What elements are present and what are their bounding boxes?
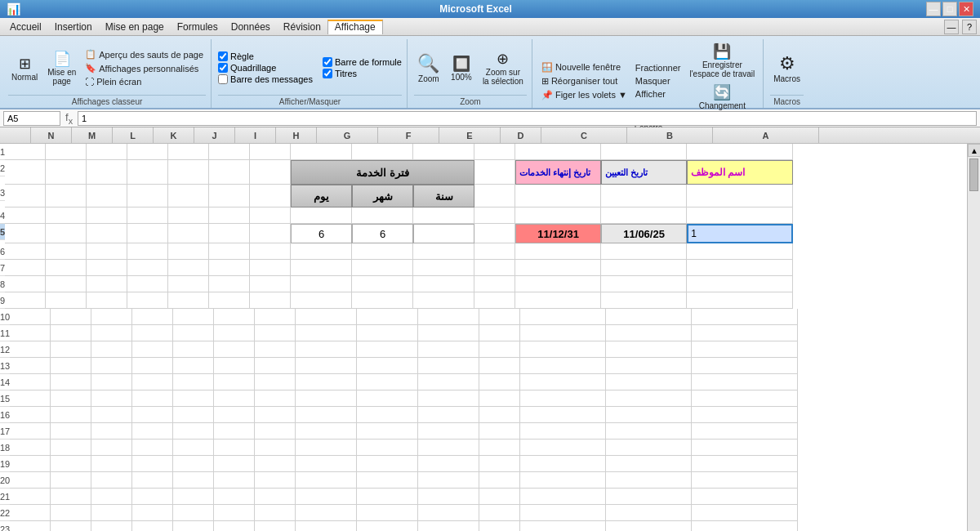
cell-j5[interactable] bbox=[168, 224, 209, 243]
cell-e3[interactable]: سنة bbox=[413, 185, 474, 207]
cell-l19[interactable] bbox=[91, 456, 132, 472]
menu-accueil[interactable]: Accueil bbox=[3, 20, 48, 34]
menu-formules[interactable]: Formules bbox=[171, 20, 225, 34]
cell-c1[interactable] bbox=[515, 144, 601, 160]
cell-a16[interactable] bbox=[692, 407, 798, 423]
cell-d5[interactable] bbox=[474, 224, 515, 243]
cell-c7[interactable] bbox=[515, 260, 601, 276]
cell-j13[interactable] bbox=[173, 358, 214, 374]
cell-j22[interactable] bbox=[173, 505, 214, 521]
cell-e1[interactable] bbox=[413, 144, 474, 160]
cell-e7[interactable] bbox=[413, 260, 474, 276]
row-num-21[interactable]: 21 bbox=[0, 489, 10, 505]
cell-l18[interactable] bbox=[91, 440, 132, 456]
cell-j11[interactable] bbox=[173, 325, 214, 341]
fx-icon[interactable]: fx bbox=[64, 111, 74, 126]
cell-h15[interactable] bbox=[255, 390, 296, 407]
vertical-scrollbar[interactable]: ▲ ▼ bbox=[967, 144, 980, 531]
cell-b19[interactable] bbox=[606, 456, 692, 472]
cell-d21[interactable] bbox=[479, 489, 520, 505]
cell-j6[interactable] bbox=[168, 243, 209, 260]
cell-b5[interactable]: 11/06/25 bbox=[601, 224, 687, 243]
cell-l16[interactable] bbox=[91, 407, 132, 423]
cell-d22[interactable] bbox=[479, 505, 520, 521]
cell-f12[interactable] bbox=[357, 341, 418, 358]
cell-k21[interactable] bbox=[132, 489, 173, 505]
cell-b1[interactable] bbox=[601, 144, 687, 160]
cell-e21[interactable] bbox=[418, 489, 479, 505]
cell-k14[interactable] bbox=[132, 374, 173, 390]
cell-f17[interactable] bbox=[357, 423, 418, 440]
cell-j23[interactable] bbox=[173, 521, 214, 531]
cell-j1[interactable] bbox=[168, 144, 209, 160]
cell-h3[interactable] bbox=[250, 185, 291, 207]
cell-m20[interactable] bbox=[51, 472, 91, 489]
cell-l13[interactable] bbox=[91, 358, 132, 374]
fractionner-btn[interactable]: Fractionner bbox=[633, 62, 684, 74]
cell-c23[interactable] bbox=[520, 521, 606, 531]
cell-d19[interactable] bbox=[479, 456, 520, 472]
cell-j19[interactable] bbox=[173, 456, 214, 472]
cell-i23[interactable] bbox=[214, 521, 255, 531]
cell-h23[interactable] bbox=[255, 521, 296, 531]
col-header-e[interactable]: E bbox=[439, 127, 501, 144]
cell-f21[interactable] bbox=[357, 489, 418, 505]
cell-m1[interactable] bbox=[46, 144, 87, 160]
cell-l6[interactable] bbox=[87, 243, 127, 260]
cell-f1[interactable] bbox=[352, 144, 413, 160]
cell-a7[interactable] bbox=[687, 260, 793, 276]
cell-f11[interactable] bbox=[357, 325, 418, 341]
cell-k15[interactable] bbox=[132, 390, 173, 407]
cell-b18[interactable] bbox=[606, 440, 692, 456]
cell-b22[interactable] bbox=[606, 505, 692, 521]
cell-a22[interactable] bbox=[692, 505, 798, 521]
titres-check[interactable] bbox=[323, 69, 332, 78]
cell-m17[interactable] bbox=[51, 423, 91, 440]
cell-m2[interactable] bbox=[46, 160, 87, 185]
menu-affichage[interactable]: Affichage bbox=[327, 20, 383, 34]
row-num-17[interactable]: 17 bbox=[0, 423, 10, 440]
cell-g9[interactable] bbox=[291, 292, 352, 309]
cell-h7[interactable] bbox=[250, 260, 291, 276]
close-button[interactable]: ✕ bbox=[959, 2, 973, 16]
cell-n16[interactable] bbox=[10, 407, 51, 423]
cell-n9[interactable] bbox=[5, 292, 46, 309]
cell-n13[interactable] bbox=[10, 358, 51, 374]
cell-h17[interactable] bbox=[255, 423, 296, 440]
cell-a3[interactable] bbox=[687, 185, 793, 207]
cell-i8[interactable] bbox=[209, 276, 250, 292]
cell-l12[interactable] bbox=[91, 341, 132, 358]
cell-k7[interactable] bbox=[127, 260, 168, 276]
cell-c9[interactable] bbox=[515, 292, 601, 309]
cell-d1[interactable] bbox=[474, 144, 515, 160]
cell-e19[interactable] bbox=[418, 456, 479, 472]
cell-merged-g2-e2[interactable]: فترة الخدمة bbox=[291, 160, 474, 185]
cell-n2[interactable] bbox=[5, 160, 46, 185]
cell-g22[interactable] bbox=[296, 505, 357, 521]
cell-m14[interactable] bbox=[51, 374, 91, 390]
figer-btn[interactable]: 📌 Figer les volets ▼ bbox=[539, 89, 630, 101]
regle-check[interactable] bbox=[218, 51, 228, 61]
mise-en-page-btn[interactable]: 📄 Mise enpage bbox=[44, 48, 79, 87]
cell-c21[interactable] bbox=[520, 489, 606, 505]
cell-g19[interactable] bbox=[296, 456, 357, 472]
cell-g16[interactable] bbox=[296, 407, 357, 423]
cell-h5[interactable] bbox=[250, 224, 291, 243]
cell-e18[interactable] bbox=[418, 440, 479, 456]
cell-c22[interactable] bbox=[520, 505, 606, 521]
cell-k8[interactable] bbox=[127, 276, 168, 292]
cell-e17[interactable] bbox=[418, 423, 479, 440]
cell-a14[interactable] bbox=[692, 374, 798, 390]
row-num-18[interactable]: 18 bbox=[0, 440, 10, 456]
cell-h20[interactable] bbox=[255, 472, 296, 489]
cell-n14[interactable] bbox=[10, 374, 51, 390]
cell-l4[interactable] bbox=[87, 207, 127, 224]
cell-g12[interactable] bbox=[296, 341, 357, 358]
cell-f5[interactable]: 6 bbox=[352, 224, 413, 243]
cell-i21[interactable] bbox=[214, 489, 255, 505]
cell-c20[interactable] bbox=[520, 472, 606, 489]
cell-e5[interactable] bbox=[413, 224, 474, 243]
cell-f22[interactable] bbox=[357, 505, 418, 521]
cell-b2[interactable]: تاريخ التعيين bbox=[601, 160, 687, 185]
cell-k3[interactable] bbox=[127, 185, 168, 207]
